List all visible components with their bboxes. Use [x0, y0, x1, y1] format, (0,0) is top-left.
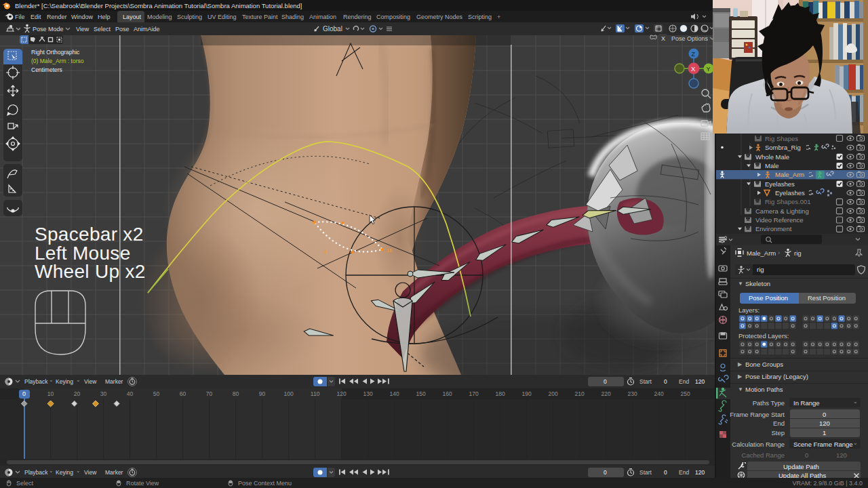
svg-text:Whole Male: Whole Male	[755, 153, 789, 161]
svg-text:Male_Arm: Male_Arm	[775, 171, 804, 178]
svg-text:Eyelashes: Eyelashes	[765, 180, 795, 188]
svg-text:4: 4	[324, 249, 327, 254]
svg-text:20: 20	[74, 390, 81, 397]
svg-text:70: 70	[206, 390, 213, 397]
svg-text:Camera & Lighting: Camera & Lighting	[755, 207, 809, 215]
svg-text:60: 60	[180, 390, 186, 397]
svg-text:40: 40	[127, 390, 134, 397]
svg-text:Rig Shapes.001: Rig Shapes.001	[765, 198, 811, 205]
svg-text:30: 30	[100, 390, 107, 397]
svg-text:100: 100	[284, 390, 294, 397]
svg-text:Video Reference: Video Reference	[755, 216, 804, 224]
svg-text:210: 210	[575, 390, 585, 397]
svg-text:160: 160	[443, 390, 452, 397]
svg-text:50: 50	[153, 390, 160, 397]
svg-text:250: 250	[681, 390, 690, 397]
svg-text:10: 10	[47, 390, 54, 397]
svg-text:Male: Male	[765, 162, 779, 169]
svg-text:220: 220	[601, 390, 611, 397]
svg-text:140: 140	[390, 390, 399, 397]
svg-text:200: 200	[549, 390, 558, 397]
svg-text:Pose Options: Pose Options	[671, 35, 709, 42]
svg-text:Rig Shapes: Rig Shapes	[765, 135, 798, 142]
svg-text:Y: Y	[707, 66, 711, 73]
svg-text:80: 80	[233, 390, 239, 397]
svg-text:150: 150	[416, 390, 426, 397]
svg-text:90: 90	[259, 390, 266, 397]
svg-text:240: 240	[654, 390, 664, 397]
svg-text:230: 230	[628, 390, 637, 397]
svg-text:X: X	[661, 35, 665, 42]
svg-text:170: 170	[469, 390, 479, 397]
svg-text:Environment: Environment	[755, 225, 792, 232]
svg-text:Global: Global	[323, 25, 342, 33]
svg-text:110: 110	[311, 390, 320, 397]
svg-text:190: 190	[522, 390, 532, 397]
svg-text:180: 180	[496, 390, 505, 397]
svg-text:X: X	[691, 65, 696, 73]
svg-text:120: 120	[337, 390, 347, 397]
svg-text:Sombra_Rig: Sombra_Rig	[765, 144, 801, 151]
svg-text:18: 18	[387, 248, 392, 253]
svg-text:Z: Z	[692, 51, 696, 58]
svg-text:Eyelashes: Eyelashes	[775, 189, 805, 197]
svg-text:130: 130	[363, 390, 373, 397]
